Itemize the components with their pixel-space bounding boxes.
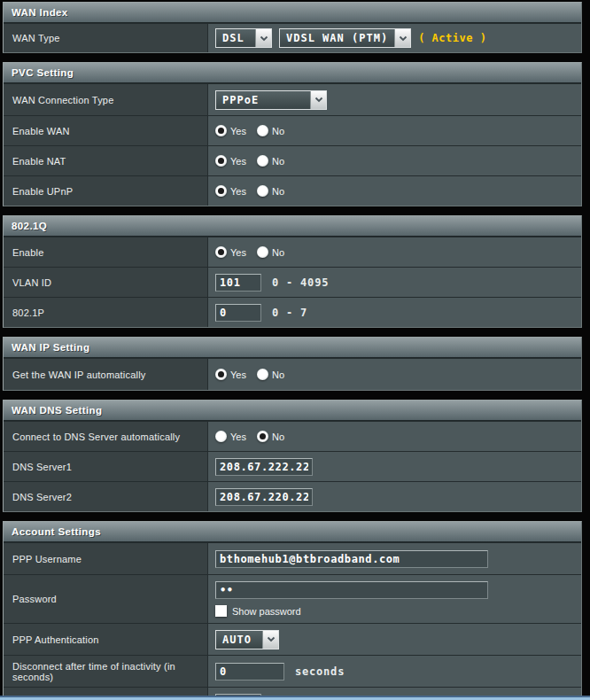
wan-type-select-value: DSL bbox=[216, 29, 255, 47]
field-label: DNS Server2 bbox=[4, 482, 208, 511]
row-disconnect-inactivity: Disconnect after time of inactivity (in … bbox=[4, 655, 581, 687]
enable-nat-no-radio[interactable] bbox=[257, 155, 268, 167]
radio-yes-label: Yes bbox=[230, 369, 246, 380]
active-status-note: ( Active ) bbox=[418, 32, 486, 44]
radio-no-label: No bbox=[272, 369, 284, 380]
row-enable-wan: Enable WAN Yes No bbox=[4, 115, 581, 145]
field-label: Password bbox=[4, 575, 208, 623]
8021p-range-hint: 0 - 7 bbox=[272, 307, 307, 319]
field-label: Disconnect after time of inactivity (in … bbox=[4, 656, 208, 687]
row-dns-server2: DNS Server2 bbox=[4, 481, 581, 511]
radio-no-label: No bbox=[272, 186, 284, 197]
row-8021p: 802.1P 0 - 7 bbox=[4, 297, 581, 327]
section-pvc-setting: PVC Setting WAN Connection Type PPPoE En… bbox=[3, 62, 582, 206]
wan-mode-select-value: VDSL WAN (PTM) bbox=[280, 29, 394, 47]
enable-wan-yes-radio[interactable] bbox=[215, 125, 227, 136]
row-ppp-username: PPP Username bbox=[4, 542, 581, 574]
field-label: Enable UPnP bbox=[4, 176, 208, 206]
vlan-id-range-hint: 0 - 4095 bbox=[272, 276, 329, 289]
row-password: Password Show password bbox=[4, 574, 581, 623]
show-password-label: Show password bbox=[232, 606, 301, 617]
auto-wan-ip-no-radio[interactable] bbox=[257, 369, 268, 380]
radio-yes-label: Yes bbox=[230, 156, 246, 167]
show-password-checkbox[interactable] bbox=[215, 605, 227, 617]
bottom-blue-bar bbox=[0, 696, 590, 700]
enable-nat-yes-radio[interactable] bbox=[215, 155, 227, 167]
wan-mode-select[interactable]: VDSL WAN (PTM) bbox=[279, 28, 411, 48]
row-dns-server1: DNS Server1 bbox=[4, 451, 581, 481]
field-label: Enable NAT bbox=[4, 146, 208, 175]
section-title: WAN Index bbox=[4, 3, 581, 23]
row-auto-wan-ip: Get the WAN IP automatically Yes No bbox=[4, 358, 581, 390]
8021q-enable-yes-radio[interactable] bbox=[215, 246, 227, 258]
dns-server1-input[interactable] bbox=[215, 458, 313, 476]
radio-yes-label: Yes bbox=[230, 247, 246, 258]
8021q-enable-no-radio[interactable] bbox=[257, 246, 268, 258]
field-label: Connect to DNS Server automatically bbox=[4, 422, 208, 451]
enable-upnp-yes-radio[interactable] bbox=[215, 185, 227, 197]
radio-yes-label: Yes bbox=[230, 126, 246, 136]
vlan-id-input[interactable] bbox=[215, 274, 261, 292]
radio-yes-label: Yes bbox=[230, 186, 246, 197]
field-label: VLAN ID bbox=[4, 268, 208, 297]
section-wan-index: WAN Index WAN Type DSL VDSL WAN (PTM) ( … bbox=[3, 2, 582, 53]
field-label: PPP Username bbox=[4, 543, 208, 574]
section-title: Account Settings bbox=[4, 522, 581, 542]
section-8021q: 802.1Q Enable Yes No VLAN ID 0 - 4095 80… bbox=[3, 215, 582, 328]
section-wan-dns-setting: WAN DNS Setting Connect to DNS Server au… bbox=[3, 400, 582, 512]
ppp-authentication-select-value: AUTO bbox=[216, 631, 262, 649]
disconnect-inactivity-input[interactable] bbox=[215, 663, 284, 681]
field-label: Enable WAN bbox=[4, 116, 208, 145]
auto-dns-no-radio[interactable] bbox=[257, 431, 268, 442]
enable-wan-no-radio[interactable] bbox=[257, 125, 268, 136]
wan-type-select[interactable]: DSL bbox=[215, 28, 272, 48]
section-title: WAN DNS Setting bbox=[4, 401, 581, 421]
row-8021q-enable: Enable Yes No bbox=[4, 237, 581, 267]
radio-no-label: No bbox=[272, 156, 284, 167]
section-title: 802.1Q bbox=[4, 216, 581, 237]
radio-no-label: No bbox=[272, 126, 284, 136]
row-enable-upnp: Enable UPnP Yes No bbox=[4, 175, 581, 206]
radio-no-label: No bbox=[272, 432, 284, 442]
field-label: WAN Type bbox=[4, 24, 208, 52]
auto-wan-ip-yes-radio[interactable] bbox=[215, 369, 227, 380]
ppp-username-input[interactable] bbox=[215, 550, 488, 568]
field-label: DNS Server1 bbox=[4, 452, 208, 481]
wan-settings-page: WAN Index WAN Type DSL VDSL WAN (PTM) ( … bbox=[3, 0, 582, 700]
chevron-down-icon bbox=[255, 29, 271, 47]
ppp-authentication-select[interactable]: AUTO bbox=[215, 630, 279, 649]
field-label: WAN Connection Type bbox=[4, 84, 208, 115]
row-ppp-authentication: PPP Authentication AUTO bbox=[4, 623, 581, 655]
row-wan-type: WAN Type DSL VDSL WAN (PTM) ( Active ) bbox=[4, 23, 581, 52]
row-wan-connection-type: WAN Connection Type PPPoE bbox=[4, 83, 581, 115]
wan-connection-type-select[interactable]: PPPoE bbox=[215, 90, 327, 110]
password-input[interactable] bbox=[215, 581, 488, 599]
chevron-down-icon bbox=[262, 631, 278, 649]
section-title: PVC Setting bbox=[4, 63, 581, 83]
row-auto-dns: Connect to DNS Server automatically Yes … bbox=[4, 421, 581, 451]
row-enable-nat: Enable NAT Yes No bbox=[4, 145, 581, 175]
seconds-unit-label: seconds bbox=[295, 665, 345, 678]
section-title: WAN IP Setting bbox=[4, 338, 581, 358]
dns-server2-input[interactable] bbox=[215, 488, 313, 506]
auto-dns-yes-radio[interactable] bbox=[215, 431, 227, 442]
chevron-down-icon bbox=[310, 91, 326, 109]
radio-no-label: No bbox=[272, 247, 284, 258]
radio-yes-label: Yes bbox=[230, 432, 246, 442]
field-label: PPP Authentication bbox=[4, 624, 208, 655]
chevron-down-icon bbox=[394, 29, 410, 47]
row-vlan-id: VLAN ID 0 - 4095 bbox=[4, 267, 581, 297]
field-label: 802.1P bbox=[4, 298, 208, 327]
field-label: Get the WAN IP automatically bbox=[4, 359, 208, 390]
section-account-settings: Account Settings PPP Username Password S… bbox=[3, 521, 582, 700]
wan-connection-type-select-value: PPPoE bbox=[216, 91, 310, 109]
enable-upnp-no-radio[interactable] bbox=[257, 185, 268, 197]
8021p-input[interactable] bbox=[215, 304, 261, 322]
field-label: Enable bbox=[4, 237, 208, 267]
section-wan-ip-setting: WAN IP Setting Get the WAN IP automatica… bbox=[3, 337, 582, 391]
